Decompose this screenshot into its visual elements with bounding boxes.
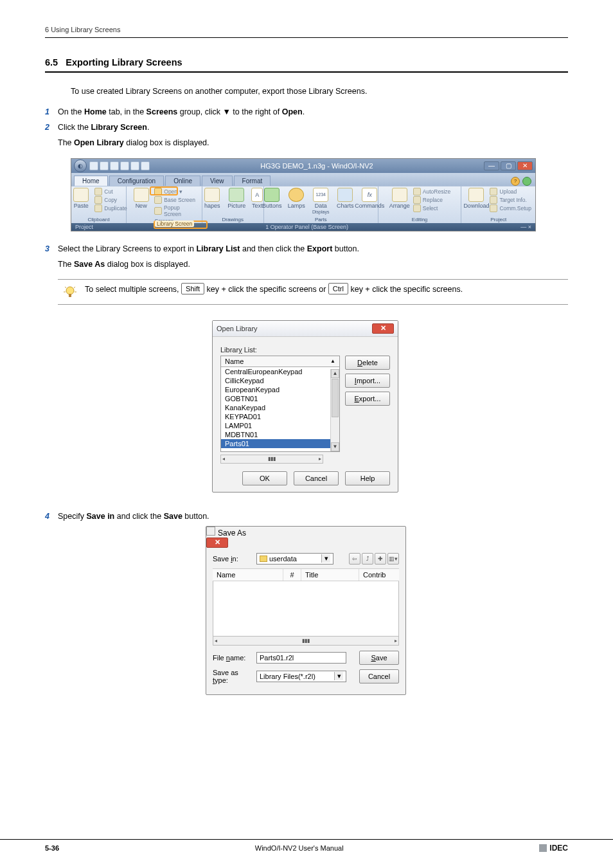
data-part[interactable]: 1234DataDisplays xyxy=(310,188,332,214)
step-1-number: 1 xyxy=(45,106,58,118)
chevron-down-icon[interactable]: ▾ xyxy=(321,554,330,563)
new-screen-button[interactable]: New xyxy=(130,188,152,209)
open-library-dialog: Open Library ✕ Library List: Name▲ Centr… xyxy=(212,320,398,493)
cancel-button[interactable]: Cancel xyxy=(294,471,339,485)
import-button[interactable]: Import... xyxy=(345,374,390,388)
list-item[interactable]: GOBTN01 xyxy=(221,394,339,403)
step-4-number: 4 xyxy=(45,511,58,522)
list-item[interactable]: CillicKeypad xyxy=(221,376,339,385)
help-icon[interactable]: ? xyxy=(511,177,520,186)
save-type-combo[interactable]: Library Files(*.r2l)▾ xyxy=(256,671,346,682)
save-in-combo[interactable]: userdata ▾ xyxy=(256,553,333,565)
app-orb-icon[interactable]: ◐ xyxy=(74,159,87,172)
svg-rect-1 xyxy=(69,294,71,297)
upload-button[interactable]: Upload xyxy=(490,188,531,195)
lamps-part[interactable]: Lamps xyxy=(285,188,307,209)
list-item-selected[interactable]: Parts01 xyxy=(221,439,339,448)
export-button[interactable]: Export... xyxy=(345,392,390,406)
select-button[interactable]: Select xyxy=(413,204,450,212)
popup-screen-button[interactable]: Popup Screen xyxy=(154,204,197,217)
group-editing-label: Editing xyxy=(412,216,427,223)
new-folder-icon[interactable]: ✚ xyxy=(375,553,386,565)
delete-button[interactable]: Delete xyxy=(345,356,390,370)
shapes-button[interactable]: hapes xyxy=(201,188,223,209)
ok-button[interactable]: OK xyxy=(242,471,287,485)
ribbon-tabstrip: Home Configuration Online View Format ? xyxy=(71,173,535,186)
minimize-button[interactable]: — xyxy=(484,161,499,170)
group-drawings-label: Drawings xyxy=(222,216,244,223)
style-icon[interactable] xyxy=(522,177,531,186)
tab-home[interactable]: Home xyxy=(74,176,108,186)
tab-format[interactable]: Format xyxy=(234,176,271,186)
file-name-input[interactable] xyxy=(256,652,346,664)
col-hash[interactable]: # xyxy=(283,569,301,581)
qat-item[interactable] xyxy=(110,161,119,170)
qat-item[interactable] xyxy=(130,161,139,170)
qat-item[interactable] xyxy=(100,161,109,170)
save-as-dialog: Save As ✕ Save in: userdata ▾ ⇦ ⤴ ✚ ▥▾ xyxy=(206,526,406,695)
commsetup-button[interactable]: Comm.Setup xyxy=(490,204,531,212)
commands-part[interactable]: fxCommands xyxy=(359,188,380,209)
tab-configuration[interactable]: Configuration xyxy=(109,176,164,186)
qat-item[interactable] xyxy=(120,161,129,170)
save-button[interactable]: Save xyxy=(359,651,399,665)
paste-button[interactable]: Paste xyxy=(70,188,92,209)
duplicate-button[interactable]: Duplicate xyxy=(94,204,127,212)
autoresize-button[interactable]: AutoResize xyxy=(413,188,450,195)
tip-text: To select multiple screens, Shift key + … xyxy=(85,284,564,296)
qat-item[interactable] xyxy=(89,161,98,170)
tab-online[interactable]: Online xyxy=(165,176,200,186)
replace-button[interactable]: Replace xyxy=(413,196,450,204)
qat-item[interactable] xyxy=(141,161,150,170)
step-2-sub: The Open Library dialog box is displayed… xyxy=(58,137,568,149)
ribbon-screenshot: ◐ HG3G DEMO_1.n3g - WindO/I-NV2 — ▢ ✕ xyxy=(71,158,536,231)
chevron-down-icon[interactable]: ▾ xyxy=(179,188,182,195)
base-screen-button[interactable]: Base Screen xyxy=(154,196,197,204)
arrange-button[interactable]: Arrange xyxy=(389,188,411,209)
sort-icon[interactable]: ▲ xyxy=(330,358,335,364)
page-footer: 5-36 WindO/I-NV2 User's Manual IDEC xyxy=(0,839,613,853)
help-button[interactable]: Help xyxy=(345,471,390,485)
horizontal-scrollbar[interactable]: ◂▮▮▮▸ xyxy=(220,455,323,464)
targetinfo-button[interactable]: Target Info. xyxy=(490,196,531,204)
save-type-label: Save as type: xyxy=(213,669,253,684)
list-item[interactable]: CentralEuropeanKeypad xyxy=(221,367,339,376)
dialog-title: Open Library xyxy=(217,325,258,332)
picture-button[interactable]: Picture xyxy=(226,188,247,209)
close-button[interactable]: ✕ xyxy=(517,161,533,170)
statusbar: Project 1 Operator Panel (Base Screen) —… xyxy=(71,223,535,231)
download-button[interactable]: Download xyxy=(465,188,487,209)
view-menu-icon[interactable]: ▥▾ xyxy=(387,553,399,565)
buttons-part[interactable]: Buttons xyxy=(261,188,283,209)
up-folder-icon[interactable]: ⤴ xyxy=(362,553,373,565)
back-icon[interactable]: ⇦ xyxy=(349,553,360,565)
col-title[interactable]: Title xyxy=(301,569,359,581)
list-item[interactable]: LAMP01 xyxy=(221,421,339,430)
library-listbox[interactable]: Name▲ CentralEuropeanKeypad CillicKeypad… xyxy=(220,356,340,452)
app-icon xyxy=(206,527,215,536)
library-screen-menuitem[interactable]: Library Screen xyxy=(155,221,194,227)
charts-part[interactable]: Charts xyxy=(334,188,356,209)
chapter-header: 6 Using Library Screens xyxy=(45,26,568,38)
section-number: 6.5 xyxy=(45,57,58,68)
list-item[interactable]: EuropeanKeypad xyxy=(221,385,339,394)
cut-button[interactable]: Cut xyxy=(94,188,127,195)
list-item[interactable]: KanaKeypad xyxy=(221,403,339,412)
maximize-button[interactable]: ▢ xyxy=(501,161,516,170)
close-button[interactable]: ✕ xyxy=(206,538,228,548)
vertical-scrollbar[interactable]: ▲ ▼ xyxy=(330,369,339,451)
chevron-down-icon[interactable]: ▾ xyxy=(334,672,343,680)
cancel-button[interactable]: Cancel xyxy=(359,669,399,683)
close-button[interactable]: ✕ xyxy=(372,323,394,334)
copy-button[interactable]: Copy xyxy=(94,196,127,204)
window-title: HG3G DEMO_1.n3g - WindO/I-NV2 xyxy=(150,162,484,170)
col-name[interactable]: Name xyxy=(213,569,283,581)
horizontal-scrollbar[interactable]: ◂▮▮▮▸ xyxy=(213,637,399,646)
list-item[interactable]: KEYPAD01 xyxy=(221,412,339,421)
svg-point-0 xyxy=(66,287,74,294)
col-contrib[interactable]: Contrib xyxy=(359,569,399,581)
tab-view[interactable]: View xyxy=(202,176,233,186)
list-header-name[interactable]: Name xyxy=(225,357,244,365)
list-item[interactable]: MDBTN01 xyxy=(221,430,339,439)
file-list-pane[interactable] xyxy=(213,581,399,637)
